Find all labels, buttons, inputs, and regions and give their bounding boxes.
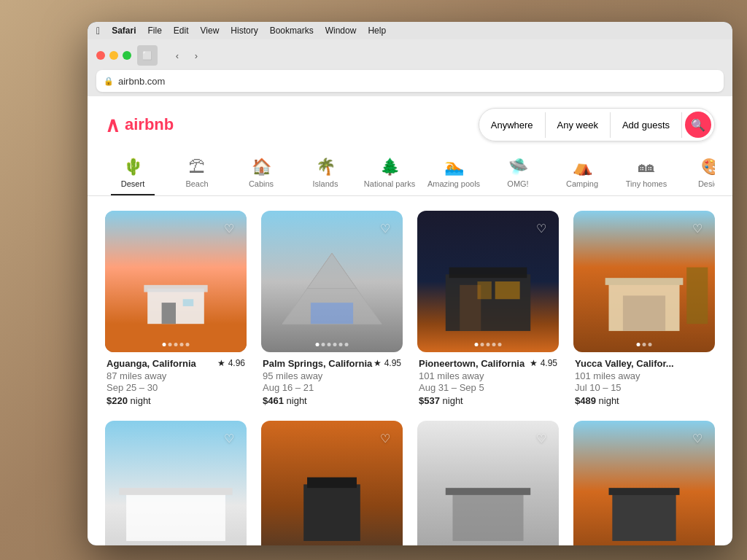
airbnb-logo[interactable]: ∧ airbnb <box>105 113 174 137</box>
category-camping[interactable]: ⛺ Camping <box>560 153 604 195</box>
category-tiny-homes-label: Tiny homes <box>626 179 667 188</box>
svg-rect-29 <box>453 491 524 541</box>
listing-rating: ★ 4.95 <box>530 358 557 368</box>
listing-image: ♡ <box>417 421 559 545</box>
cabins-icon: 🏠 <box>252 159 271 175</box>
category-desert-label: Desert <box>121 179 144 188</box>
search-anywhere[interactable]: Anywhere <box>479 112 546 138</box>
image-dots <box>316 343 349 346</box>
menu-window[interactable]: Window <box>325 26 357 36</box>
listing-info: Aguanga, California ★ 4.96 87 miles away… <box>105 358 247 406</box>
traffic-lights <box>96 51 131 60</box>
listing-image: ♡ <box>105 421 247 545</box>
listing-price: $461 night <box>263 395 401 406</box>
header-top: ∧ airbnb Anywhere Any week Add guests 🔍 <box>105 108 715 141</box>
listing-card[interactable]: ♡ <box>105 421 247 545</box>
svg-rect-27 <box>307 478 357 489</box>
menu-bookmarks[interactable]: Bookmarks <box>270 26 314 36</box>
desert-icon: 🌵 <box>123 159 143 175</box>
dot <box>174 343 178 346</box>
wishlist-button[interactable]: ♡ <box>531 428 551 448</box>
category-tiny-homes[interactable]: 🏘 Tiny homes <box>624 153 668 195</box>
tab-icon: ⬜ <box>137 45 158 66</box>
listing-card[interactable]: ♡ <box>261 421 403 545</box>
back-button[interactable]: ‹ <box>169 47 185 63</box>
address-bar-row: 🔒 airbnb.com <box>96 70 724 92</box>
listing-dates: Sep 25 – 30 <box>107 382 245 393</box>
svg-rect-19 <box>605 278 684 285</box>
search-any-week[interactable]: Any week <box>546 112 611 138</box>
maximize-button[interactable] <box>123 51 131 60</box>
listing-info: Yucca Valley, Califor... 101 miles away … <box>573 358 715 406</box>
close-button[interactable] <box>96 51 105 60</box>
svg-rect-21 <box>686 268 708 324</box>
category-cabins[interactable]: 🏠 Cabins <box>239 153 283 195</box>
category-omg-label: OMG! <box>507 179 528 188</box>
search-add-guests[interactable]: Add guests <box>611 112 682 138</box>
screen:  Safari File Edit View History Bookmark… <box>88 22 732 545</box>
menu-history[interactable]: History <box>231 26 258 36</box>
design-icon: 🎨 <box>701 159 716 175</box>
listing-card[interactable]: ♡ Yucca Valley, Califor... 101 miles awa <box>573 211 715 406</box>
listing-distance: 95 miles away <box>263 370 401 381</box>
dot <box>180 343 184 346</box>
category-omg[interactable]: 🛸 OMG! <box>496 153 540 195</box>
listing-price: $220 night <box>107 395 245 406</box>
browser-toolbar: ⬜ ‹ › <box>96 45 724 66</box>
dot <box>643 343 646 346</box>
dot <box>169 343 172 346</box>
national-parks-icon: 🌲 <box>380 159 400 175</box>
listing-dates: Jul 10 – 15 <box>575 382 713 393</box>
dot <box>492 343 496 346</box>
menu-help[interactable]: Help <box>368 26 386 36</box>
minimize-button[interactable] <box>109 51 118 60</box>
listing-image: ♡ <box>573 211 715 352</box>
svg-rect-32 <box>612 491 676 541</box>
listing-rating: ★ 4.96 <box>217 358 245 368</box>
category-desert[interactable]: 🌵 Desert <box>111 153 155 195</box>
app-name[interactable]: Safari <box>112 26 136 36</box>
listing-image: ♡ <box>417 211 559 352</box>
image-dots <box>163 343 190 346</box>
dot <box>498 343 502 346</box>
listings-grid-row2: ♡ <box>105 421 715 545</box>
dot <box>163 343 166 346</box>
category-amazing-pools[interactable]: 🏊 Amazing pools <box>432 153 476 195</box>
listing-card[interactable]: ♡ Pioneertown, California ★ 4.95 <box>417 211 559 406</box>
dot <box>333 343 337 346</box>
listing-location: Pioneertown, California <box>419 358 525 369</box>
wishlist-button[interactable]: ♡ <box>375 218 395 238</box>
address-bar[interactable]: 🔒 airbnb.com <box>96 70 724 92</box>
category-islands[interactable]: 🌴 Islands <box>303 153 347 195</box>
forward-button[interactable]: › <box>188 47 204 63</box>
wishlist-button[interactable]: ♡ <box>219 428 239 448</box>
svg-rect-20 <box>623 295 665 331</box>
wishlist-button[interactable]: ♡ <box>219 218 239 238</box>
wishlist-button[interactable]: ♡ <box>375 428 395 448</box>
svg-rect-10 <box>311 303 353 324</box>
wishlist-button[interactable]: ♡ <box>531 218 551 238</box>
menu-view[interactable]: View <box>201 26 220 36</box>
wishlist-button[interactable]: ♡ <box>687 218 708 238</box>
menu-file[interactable]: File <box>147 26 161 36</box>
listing-card[interactable]: ♡ <box>573 421 715 545</box>
listing-card[interactable]: ♡ Aguanga, California ★ 4.96 <box>105 211 247 406</box>
camping-icon: ⛺ <box>573 159 592 175</box>
apple-menu[interactable]:  <box>96 25 100 36</box>
category-beach[interactable]: ⛱ Beach <box>175 153 219 195</box>
lock-icon: 🔒 <box>104 77 114 86</box>
listing-dates: Aug 16 – 21 <box>263 382 401 393</box>
dot <box>637 343 640 346</box>
listing-title-row: Yucca Valley, Califor... <box>575 358 713 369</box>
listing-title-row: Aguanga, California ★ 4.96 <box>107 358 245 369</box>
listing-card[interactable]: ♡ <box>417 421 559 545</box>
menu-edit[interactable]: Edit <box>174 26 189 36</box>
search-button[interactable]: 🔍 <box>685 112 711 138</box>
listing-distance: 101 miles away <box>575 370 713 381</box>
category-design[interactable]: 🎨 Design <box>689 153 715 195</box>
wishlist-button[interactable]: ♡ <box>687 428 708 448</box>
category-amazing-pools-label: Amazing pools <box>427 179 480 188</box>
category-national-parks[interactable]: 🌲 National parks <box>368 153 411 195</box>
listing-card[interactable]: ♡ Palm Springs, California <box>261 211 403 406</box>
category-beach-label: Beach <box>185 179 208 188</box>
